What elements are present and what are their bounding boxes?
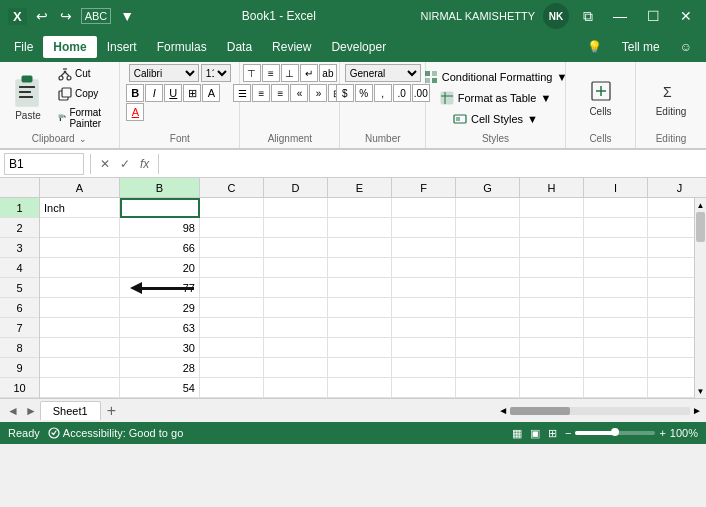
cell-b3[interactable]: 66	[120, 238, 200, 258]
cell-d4[interactable]	[264, 258, 328, 278]
user-avatar[interactable]: NK	[543, 3, 569, 29]
cell-j3[interactable]	[648, 238, 694, 258]
cell-d8[interactable]	[264, 338, 328, 358]
sheet-nav-right[interactable]: ►	[22, 402, 40, 420]
cell-d1[interactable]	[264, 198, 328, 218]
cell-h4[interactable]	[520, 258, 584, 278]
cell-j9[interactable]	[648, 358, 694, 378]
zoom-plus-button[interactable]: +	[659, 427, 665, 439]
cell-i6[interactable]	[584, 298, 648, 318]
cancel-formula-icon[interactable]: ✕	[97, 155, 113, 173]
cell-c1[interactable]	[200, 198, 264, 218]
align-bottom-button[interactable]: ⊥	[281, 64, 299, 82]
clipboard-dialog-launcher[interactable]: ⌄	[79, 134, 87, 144]
cell-g1[interactable]	[456, 198, 520, 218]
vertical-scrollbar[interactable]: ▲ ▼	[694, 198, 706, 398]
cell-j5[interactable]	[648, 278, 694, 298]
redo-button[interactable]: ↪	[57, 6, 75, 26]
col-header-j[interactable]: J	[648, 178, 706, 197]
add-sheet-button[interactable]: +	[101, 402, 122, 420]
cell-a8[interactable]	[40, 338, 120, 358]
cell-i3[interactable]	[584, 238, 648, 258]
cell-e4[interactable]	[328, 258, 392, 278]
cell-i1[interactable]	[584, 198, 648, 218]
minimize-button[interactable]: —	[607, 6, 633, 26]
number-format-select[interactable]: General	[345, 64, 421, 82]
cell-f4[interactable]	[392, 258, 456, 278]
cell-a10[interactable]	[40, 378, 120, 398]
cell-a2[interactable]	[40, 218, 120, 238]
italic-button[interactable]: I	[145, 84, 163, 102]
bold-button[interactable]: B	[126, 84, 144, 102]
cell-f9[interactable]	[392, 358, 456, 378]
cell-j10[interactable]	[648, 378, 694, 398]
col-header-i[interactable]: I	[584, 178, 648, 197]
cell-g6[interactable]	[456, 298, 520, 318]
cell-g7[interactable]	[456, 318, 520, 338]
paste-button[interactable]: Paste	[6, 70, 50, 125]
cell-d10[interactable]	[264, 378, 328, 398]
cell-j1[interactable]	[648, 198, 694, 218]
cell-e1[interactable]	[328, 198, 392, 218]
row-num-8[interactable]: 8	[0, 338, 39, 358]
row-num-2[interactable]: 2	[0, 218, 39, 238]
col-header-a[interactable]: A	[40, 178, 120, 197]
cell-i2[interactable]	[584, 218, 648, 238]
cell-f3[interactable]	[392, 238, 456, 258]
hscroll-track[interactable]	[510, 407, 690, 415]
cell-h5[interactable]	[520, 278, 584, 298]
cell-g5[interactable]	[456, 278, 520, 298]
cell-b1[interactable]	[120, 198, 200, 218]
row-num-4[interactable]: 4	[0, 258, 39, 278]
cell-a7[interactable]	[40, 318, 120, 338]
scroll-track[interactable]	[695, 212, 706, 384]
menu-review[interactable]: Review	[262, 36, 321, 58]
row-num-6[interactable]: 6	[0, 298, 39, 318]
cell-e6[interactable]	[328, 298, 392, 318]
decrease-decimal-button[interactable]: .0	[393, 84, 411, 102]
help-lightbulb[interactable]: 💡	[577, 36, 612, 58]
cell-d2[interactable]	[264, 218, 328, 238]
cell-f1[interactable]	[392, 198, 456, 218]
cell-b4[interactable]: 20	[120, 258, 200, 278]
cell-e9[interactable]	[328, 358, 392, 378]
zoom-slider-track[interactable]	[575, 431, 655, 435]
cell-d5[interactable]	[264, 278, 328, 298]
menu-insert[interactable]: Insert	[97, 36, 147, 58]
sheet-nav-left[interactable]: ◄	[4, 402, 22, 420]
wrap-text-button[interactable]: ↵	[300, 64, 318, 82]
cell-h7[interactable]	[520, 318, 584, 338]
cell-i9[interactable]	[584, 358, 648, 378]
cell-f8[interactable]	[392, 338, 456, 358]
col-header-e[interactable]: E	[328, 178, 392, 197]
cell-g9[interactable]	[456, 358, 520, 378]
cell-b9[interactable]: 28	[120, 358, 200, 378]
cell-a1[interactable]: Inch	[40, 198, 120, 218]
cell-j4[interactable]	[648, 258, 694, 278]
cell-h10[interactable]	[520, 378, 584, 398]
cell-g4[interactable]	[456, 258, 520, 278]
font-size-select[interactable]: 11	[201, 64, 231, 82]
ribbon-display-button[interactable]: ⧉	[577, 6, 599, 27]
menu-formulas[interactable]: Formulas	[147, 36, 217, 58]
format-as-table-button[interactable]: Format as Table ▼	[436, 89, 556, 107]
cell-c6[interactable]	[200, 298, 264, 318]
cell-reference-box[interactable]	[4, 153, 84, 175]
zoom-minus-button[interactable]: −	[565, 427, 571, 439]
cell-styles-button[interactable]: Cell Styles ▼	[449, 110, 542, 128]
copy-button[interactable]: Copy	[54, 85, 113, 103]
cell-a3[interactable]	[40, 238, 120, 258]
menu-home[interactable]: Home	[43, 36, 96, 58]
align-center-button[interactable]: ≡	[252, 84, 270, 102]
scroll-down-button[interactable]: ▼	[695, 384, 706, 398]
maximize-button[interactable]: ☐	[641, 6, 666, 26]
cell-d6[interactable]	[264, 298, 328, 318]
cell-h2[interactable]	[520, 218, 584, 238]
col-header-d[interactable]: D	[264, 178, 328, 197]
cell-d9[interactable]	[264, 358, 328, 378]
view-normal-button[interactable]: ▦	[512, 427, 522, 440]
col-header-g[interactable]: G	[456, 178, 520, 197]
increase-indent-button[interactable]: »	[309, 84, 327, 102]
cell-f2[interactable]	[392, 218, 456, 238]
spelling-button[interactable]: ABC	[81, 8, 112, 24]
